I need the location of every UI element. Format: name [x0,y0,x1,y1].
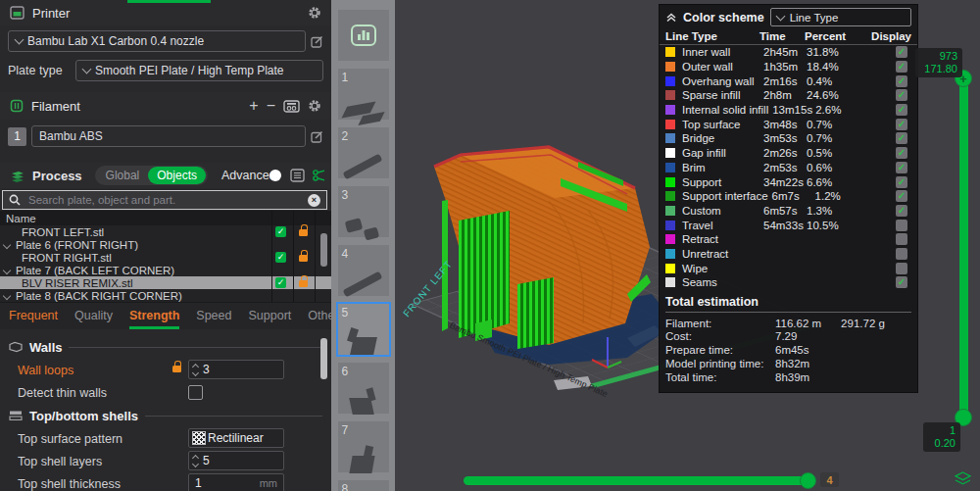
tree-row-label: BLV RISER REMIX.stl [0,277,133,289]
filament-section-header: Filament + − [0,92,331,120]
plate-thumbnail-7[interactable]: 7 [338,421,389,472]
display-checkbox[interactable] [896,248,907,260]
display-checkbox[interactable]: ✓ [896,162,907,173]
spin-down-icon[interactable] [191,368,198,375]
visibility-checkbox[interactable]: ✓ [275,277,286,288]
layer-slider-bottom-tooltip: 1 0.20 [923,422,960,452]
display-checkbox[interactable] [896,263,907,274]
tree-row-label: FRONT RIGHT.stl [0,252,112,264]
line-type-percent: 0.4% [807,75,896,87]
tab-frequent[interactable]: Frequent [9,303,58,329]
unit-input[interactable]: 1mm [188,473,284,491]
compare-presets-icon[interactable] [312,169,326,182]
scope-global-option[interactable]: Global [97,169,149,182]
object-silhouette [363,226,378,240]
filament-edit-icon[interactable] [311,130,323,143]
ams-icon[interactable] [283,100,300,113]
line-type-label: Outer wall [682,61,760,73]
total-label: Cost: [665,330,775,342]
display-checkbox[interactable]: ✓ [896,176,907,188]
setting-value: 1 [195,476,202,490]
tab-speed[interactable]: Speed [196,303,231,329]
plate-number: 4 [342,247,349,261]
tree-row-plate[interactable]: Plate 6 (FRONT RIGHT) [0,238,331,251]
lock-icon[interactable] [299,255,308,262]
visibility-checkbox[interactable]: ✓ [275,226,286,237]
filament-select[interactable]: Bambu ABS [31,125,306,147]
spin-down-icon[interactable] [191,460,198,466]
remove-filament-button[interactable]: − [267,97,275,115]
display-checkbox[interactable]: ✓ [896,132,907,144]
plate-thumbnail-8[interactable]: 8 [338,480,389,491]
tab-quality[interactable]: Quality [74,303,113,329]
search-bar: × [2,190,327,210]
section-header[interactable]: Top/bottom shells [0,404,331,427]
plate-thumbnail-4[interactable]: 4 [338,245,389,296]
lock-icon[interactable] [172,366,181,372]
collapse-icon[interactable] [665,13,677,23]
display-checkbox[interactable] [896,220,907,231]
plate-thumbnail-1[interactable]: 1 [338,69,389,120]
tree-row-plate[interactable]: Plate 8 (BACK RIGHT CORNER) [0,289,331,302]
display-checkbox[interactable]: ✓ [896,205,907,217]
spin-input[interactable]: 5 [188,451,284,470]
display-checkbox[interactable]: ✓ [896,75,907,87]
printer-edit-icon[interactable] [311,35,323,48]
all-plates-thumbnail[interactable] [338,10,389,61]
display-checkbox[interactable] [896,233,907,245]
tree-column-separator [315,211,316,302]
spin-input[interactable]: 3 [188,360,284,379]
display-checkbox[interactable]: ✓ [896,46,907,58]
plate-thumbnail-5[interactable]: 5 [338,304,389,355]
printer-settings-gear-icon[interactable] [308,6,321,20]
total-row: Cost:7.29 [665,329,911,343]
display-checkbox[interactable]: ✓ [896,276,907,288]
display-checkbox[interactable]: ✓ [896,104,907,116]
color-scheme-select[interactable]: Line Type [770,8,911,26]
plate-type-value: Smooth PEI Plate / High Temp Plate [95,64,284,77]
settings-scrollbar[interactable] [320,338,327,379]
move-slider-handle[interactable] [800,472,816,489]
plate-thumbnail-6[interactable]: 6 [338,363,389,414]
tree-scrollbar[interactable] [320,233,327,267]
plate-type-select[interactable]: Smooth PEI Plate / High Temp Plate [75,60,323,81]
plate-thumbnail-3[interactable]: 3 [338,186,389,237]
layer-slider-track[interactable] [959,78,968,417]
line-type-percent: 1.2% [815,190,896,202]
lock-icon[interactable] [299,280,308,287]
plate-number: 6 [342,365,349,378]
display-checkbox[interactable]: ✓ [896,119,907,130]
display-checkbox[interactable]: ✓ [896,147,907,159]
search-input[interactable] [26,193,302,207]
tree-row-object[interactable]: BLV RISER REMIX.stl✓ [0,276,331,289]
tab-support[interactable]: Support [248,303,291,329]
tree-row-plate[interactable]: Plate 7 (BACK LEFT CORNER) [0,264,331,276]
tab-strength[interactable]: Strength [129,303,179,329]
setting-checkbox[interactable] [188,385,203,400]
pattern-select[interactable]: Rectilinear [188,428,284,448]
plate-thumbnail-2[interactable]: 2 [338,127,389,178]
scope-objects-option[interactable]: Objects [148,167,206,184]
search-clear-icon[interactable]: × [308,194,320,207]
view-all-options-icon[interactable] [290,169,305,182]
tree-row-object[interactable]: FRONT LEFT.stl✓ [0,225,331,238]
all-plates-stats-icon [349,23,378,48]
spinner-arrows[interactable] [189,452,201,469]
layers-icon[interactable] [955,471,971,486]
display-checkbox[interactable]: ✓ [896,89,907,101]
total-row: Total time:8h39m [665,370,911,384]
process-scope-switch: Global Objects [95,166,208,185]
move-slider-track[interactable] [464,476,812,485]
display-checkbox[interactable]: ✓ [896,190,907,202]
display-checkbox[interactable]: ✓ [896,61,907,73]
printer-section-header: Printer [0,0,331,25]
spinner-arrows[interactable] [189,361,201,378]
filament-settings-gear-icon[interactable] [308,99,321,113]
add-filament-button[interactable]: + [249,97,258,115]
section-header[interactable]: Walls [0,335,331,359]
line-type-time: 2m16s [763,75,807,87]
visibility-checkbox[interactable]: ✓ [275,252,286,263]
lock-icon[interactable] [299,229,308,236]
tree-row-object[interactable]: FRONT RIGHT.stl✓ [0,251,331,264]
printer-preset-select[interactable]: Bambu Lab X1 Carbon 0.4 nozzle [8,30,306,52]
